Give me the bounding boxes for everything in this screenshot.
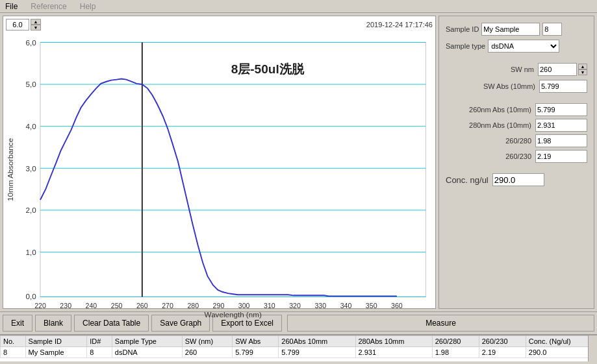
chart-area: ▲ ▼ 2019-12-24 17:17:46 6,0 5,0 4,0 3,0 … [3, 16, 436, 309]
table-header-cell: No. [1, 336, 26, 347]
ratio260-230-row: 260/230 [446, 150, 587, 163]
svg-text:260: 260 [136, 302, 148, 309]
table-cell: 8 [1, 347, 26, 358]
svg-text:2,0: 2,0 [25, 206, 36, 214]
y-scale-spinner: ▲ ▼ [31, 19, 41, 30]
svg-text:320: 320 [289, 302, 301, 309]
sw-nm-down-button[interactable]: ▼ [578, 69, 587, 75]
sample-type-select[interactable]: dsDNA [488, 40, 559, 53]
table-cell: 290.0 [526, 347, 596, 358]
table-cell: 5.799 [233, 347, 279, 358]
table-cell: 2.931 [355, 347, 432, 358]
y-scale-up-button[interactable]: ▲ [31, 19, 41, 25]
svg-text:4,0: 4,0 [25, 122, 36, 130]
y-scale-down-button[interactable]: ▼ [31, 25, 41, 30]
svg-rect-0 [40, 42, 426, 297]
ratio260-230-label: 260/230 [446, 152, 531, 160]
scrollbar[interactable] [588, 335, 597, 361]
abs280-row: 280nm Abs (10mm) [446, 119, 587, 132]
menu-file[interactable]: File [3, 2, 20, 11]
sw-nm-up-button[interactable]: ▲ [578, 64, 587, 69]
data-table-wrapper: No.Sample IDID#Sample TypeSW (nm)SW Abs2… [0, 335, 597, 361]
ratio260-280-label: 260/280 [446, 137, 531, 145]
abs260-row: 260nm Abs (10mm) [446, 103, 587, 116]
svg-text:360: 360 [391, 302, 403, 309]
table-cell: 8 [87, 347, 112, 358]
svg-text:220: 220 [34, 302, 46, 309]
svg-text:290: 290 [213, 302, 225, 309]
menubar: File Reference Help [0, 0, 597, 13]
y-scale-control: ▲ ▼ [6, 19, 41, 30]
svg-text:Wavelength (nm): Wavelength (nm) [205, 310, 262, 319]
svg-text:1,0: 1,0 [25, 248, 36, 256]
svg-text:10mm Absorbance: 10mm Absorbance [6, 138, 14, 201]
svg-text:330: 330 [314, 302, 326, 309]
menu-reference[interactable]: Reference [28, 2, 69, 11]
table-header-row: No.Sample IDID#Sample TypeSW (nm)SW Abs2… [1, 336, 597, 347]
sw-nm-row: SW nm ▲ ▼ [446, 63, 587, 76]
data-table: No.Sample IDID#Sample TypeSW (nm)SW Abs2… [0, 335, 597, 358]
table-header-cell: SW Abs [233, 336, 279, 347]
table-header-cell: Conc. (Ng/ul) [526, 336, 596, 347]
table-row: 8My Sample8dsDNA2605.7995.7992.9311.982.… [1, 347, 597, 358]
table-header-cell: 260/280 [432, 336, 479, 347]
sample-id-row: Sample ID [446, 23, 587, 36]
y-scale-input[interactable] [6, 19, 29, 30]
svg-text:230: 230 [60, 302, 71, 309]
svg-text:0,0: 0,0 [25, 292, 36, 300]
svg-text:350: 350 [366, 302, 377, 309]
table-header-cell: Sample ID [25, 336, 87, 347]
svg-text:250: 250 [111, 302, 123, 309]
conc-row: Conc. ng/ul [446, 173, 587, 186]
table-cell: My Sample [25, 347, 87, 358]
table-cell: dsDNA [112, 347, 182, 358]
table-header-cell: ID# [87, 336, 112, 347]
sw-nm-label: SW nm [446, 66, 534, 73]
svg-text:6,0: 6,0 [25, 38, 36, 47]
chart-timestamp: 2019-12-24 17:17:46 [366, 21, 433, 29]
sw-abs-row: SW Abs (10mm) [446, 80, 587, 93]
table-cell: 2.19 [479, 347, 526, 358]
sw-nm-input[interactable] [538, 63, 577, 76]
ratio260-280-row: 260/280 [446, 134, 587, 147]
sample-id-input[interactable] [481, 23, 540, 36]
sw-abs-input[interactable] [539, 80, 587, 93]
ratio260-230-input[interactable] [535, 150, 587, 163]
table-header-cell: SW (nm) [182, 336, 232, 347]
sample-id-label: Sample ID [446, 25, 479, 33]
table-cell: 5.799 [279, 347, 355, 358]
main-content: ▲ ▼ 2019-12-24 17:17:46 6,0 5,0 4,0 3,0 … [0, 13, 597, 311]
chart-title: 8层-50ul洗脱 [231, 62, 305, 76]
table-header-cell: 260/230 [479, 336, 526, 347]
sample-type-label: Sample type [446, 42, 485, 50]
svg-text:270: 270 [162, 302, 173, 309]
svg-text:240: 240 [86, 302, 97, 309]
sample-number-input[interactable] [542, 23, 562, 36]
table-header-cell: Sample Type [112, 336, 182, 347]
svg-text:3,0: 3,0 [25, 164, 36, 173]
abs280-label: 280nm Abs (10mm) [446, 121, 531, 129]
svg-text:300: 300 [238, 302, 250, 309]
svg-text:310: 310 [264, 302, 275, 309]
table-cell: 260 [182, 347, 232, 358]
conc-label: Conc. ng/ul [446, 175, 489, 185]
sample-type-row: Sample type dsDNA [446, 40, 587, 53]
abs280-input[interactable] [535, 119, 587, 132]
sw-abs-label: SW Abs (10mm) [446, 82, 535, 90]
ratio260-280-input[interactable] [535, 134, 587, 147]
right-panel: Sample ID Sample type dsDNA SW nm ▲ ▼ SW… [438, 16, 594, 309]
abs260-label: 260nm Abs (10mm) [446, 106, 531, 114]
svg-text:5,0: 5,0 [25, 80, 36, 88]
abs260-input[interactable] [535, 103, 587, 116]
table-cell: 1.98 [432, 347, 479, 358]
table-header-cell: 260Abs 10mm [279, 336, 355, 347]
conc-input[interactable] [492, 173, 544, 186]
chart-header: ▲ ▼ 2019-12-24 17:17:46 [6, 19, 433, 30]
menu-help[interactable]: Help [77, 2, 99, 11]
svg-text:340: 340 [340, 302, 352, 309]
chart-svg[interactable]: 6,0 5,0 4,0 3,0 2,0 1,0 0,0 220 230 240 … [6, 33, 433, 320]
svg-text:280: 280 [187, 302, 199, 309]
table-header-cell: 280Abs 10mm [355, 336, 432, 347]
